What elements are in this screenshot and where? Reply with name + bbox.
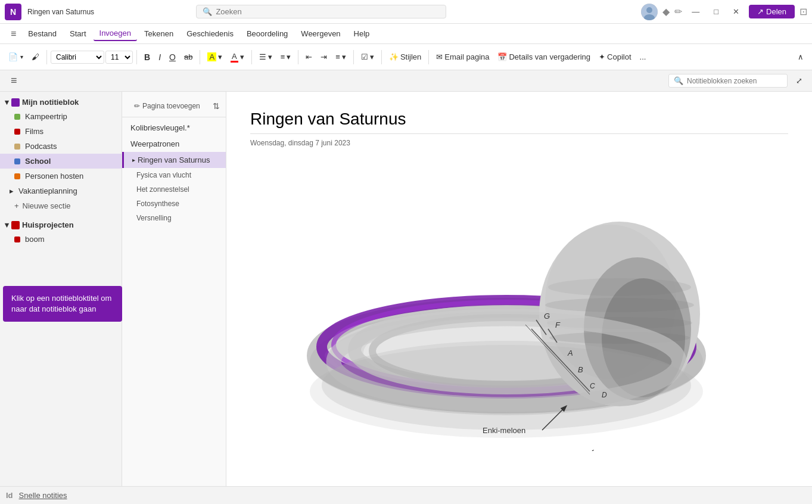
collapse-sidebar-btn[interactable]: ≡ <box>6 72 22 89</box>
notebook-huisprojecten[interactable]: ▾ Huisprojecten <box>0 218 122 232</box>
notebook-search-box[interactable]: 🔍 <box>668 74 788 88</box>
new-page-btn[interactable]: 📄 ▾ <box>5 50 27 64</box>
pen-icon: ✏ <box>674 6 682 17</box>
menu-start[interactable]: Start <box>64 27 92 41</box>
minimize-button[interactable]: — <box>687 5 704 18</box>
section-kampeertrip[interactable]: Kampeertrip <box>0 109 122 124</box>
sort-pages-button[interactable]: ⇅ <box>213 101 220 111</box>
page-zonnestelsel[interactable]: Het zonnestelsel <box>122 182 226 197</box>
svg-text:G: G <box>544 312 550 321</box>
menu-help[interactable]: Help <box>348 27 376 41</box>
page-fysica[interactable]: Fysica van vlucht <box>122 168 226 182</box>
diamond-icon: ◆ <box>662 6 670 17</box>
format-paint-btn[interactable]: 🖌 <box>28 50 43 64</box>
font-size-select[interactable]: 11 <box>105 51 133 64</box>
align-icon: ≡ <box>335 52 340 61</box>
section-personen[interactable]: Personen hosten <box>0 169 122 183</box>
menu-invoegen[interactable]: Invoegen <box>94 26 138 41</box>
saturn-svg: G F A B C D <box>250 159 715 451</box>
notebook-expand-icon-huis: ▾ <box>5 220 9 229</box>
toolbar-expand-btn[interactable]: ∧ <box>794 50 807 64</box>
align-dropdown: ▾ <box>342 52 346 61</box>
add-icon-mijn: + <box>14 201 19 210</box>
page-kolibriesvleugel[interactable]: Kolibriesvleugel.* <box>122 120 226 136</box>
font-select[interactable]: Calibri <box>51 51 104 64</box>
notebook-mijn[interactable]: ▾ Mijn notitieblok <box>0 95 122 109</box>
share-button[interactable]: ↗ Delen <box>749 5 795 18</box>
svg-text:Enki-meloen: Enki-meloen <box>483 426 525 435</box>
saturn-illustration: G F A B C D <box>250 159 715 451</box>
copilot-btn[interactable]: ✦ Copilot <box>595 50 634 64</box>
main-layout: ▾ Mijn notitieblok Kampeertrip Films Pod… <box>0 92 812 504</box>
checkbox-btn[interactable]: ☑ ▾ <box>357 50 378 64</box>
expand-sidebar-icon[interactable]: ⊡ <box>799 6 807 17</box>
underline-btn[interactable]: O <box>166 50 179 64</box>
avatar[interactable] <box>641 4 658 20</box>
align-btn[interactable]: ≡ ▾ <box>332 50 350 64</box>
sep7 <box>381 50 382 64</box>
notebook-expand-icon: ▾ <box>5 98 9 107</box>
search-icon: 🔍 <box>203 7 212 16</box>
section-boom[interactable]: boom <box>0 232 122 247</box>
search-input[interactable] <box>216 7 440 16</box>
new-page-dropdown: ▾ <box>20 54 23 60</box>
numbering-dropdown: ▾ <box>287 52 291 61</box>
page-fotosynthese[interactable]: Fotosynthese <box>122 197 226 211</box>
font-color-btn[interactable]: A ▾ <box>227 49 248 65</box>
sep8 <box>428 50 429 64</box>
more-btn[interactable]: ... <box>636 50 650 64</box>
expand-content-btn[interactable]: ⤢ <box>792 74 806 88</box>
indent-btn[interactable]: ⇥ <box>317 50 331 64</box>
strikethrough-btn[interactable]: ab <box>181 50 196 64</box>
notebook-color-huis <box>11 221 20 229</box>
page-versnelling[interactable]: Versnelling <box>122 211 226 225</box>
numbering-icon: ≡ <box>281 52 285 61</box>
checkbox-icon: ☑ <box>361 52 368 61</box>
color-dot-films <box>14 129 20 135</box>
numbering-btn[interactable]: ≡ ▾ <box>277 50 295 64</box>
outdent-btn[interactable]: ⇤ <box>302 50 316 64</box>
close-button[interactable]: ✕ <box>728 5 744 18</box>
meeting-details-btn[interactable]: 📅 Details van vergadering <box>494 50 594 64</box>
sep4 <box>251 50 252 64</box>
menu-bestand[interactable]: Bestand <box>22 27 63 41</box>
add-section-mijn[interactable]: + Nieuwe sectie <box>0 198 122 213</box>
styles-icon: ✨ <box>389 52 399 61</box>
svg-text:D: D <box>602 391 607 399</box>
search-box[interactable]: 🔍 <box>196 5 446 18</box>
italic-btn[interactable]: I <box>155 50 164 64</box>
section-films[interactable]: Films <box>0 124 122 139</box>
page-ringen[interactable]: ▸ Ringen van Saturnus <box>122 152 226 168</box>
menu-tekenen[interactable]: Tekenen <box>138 27 179 41</box>
bold-btn[interactable]: B <box>141 50 154 64</box>
snelle-notities-link[interactable]: Snelle notities <box>19 491 67 500</box>
sidebar: ▾ Mijn notitieblok Kampeertrip Films Pod… <box>0 92 122 504</box>
section-school[interactable]: School <box>0 154 122 169</box>
styles-btn[interactable]: ✨ Stijlen <box>385 50 425 64</box>
menu-beoordeling[interactable]: Beoordeling <box>241 27 294 41</box>
add-page-button[interactable]: ✏ Pagina toevoegen <box>128 99 206 113</box>
svg-point-21 <box>310 345 703 438</box>
add-page-icon: ✏ <box>134 102 140 110</box>
highlight-btn[interactable]: A ▾ <box>204 50 226 64</box>
notebook-search-input[interactable] <box>687 77 782 85</box>
section-podcasts[interactable]: Podcasts <box>0 139 122 154</box>
paint-icon: 🖌 <box>32 52 39 61</box>
hamburger-menu[interactable]: ≡ <box>6 26 21 42</box>
sep1 <box>46 50 47 64</box>
email-page-btn[interactable]: ✉ Email pagina <box>433 50 493 64</box>
pages-panel: ✏ Pagina toevoegen ⇅ Kolibriesvleugel.* … <box>122 92 226 504</box>
notebook-color-mijn <box>11 98 20 107</box>
menu-bar: ≡ Bestand Start Invoegen Tekenen Geschie… <box>0 24 812 44</box>
svg-text:B: B <box>578 365 583 374</box>
title-bar: N Ringen van Saturnus 🔍 ◆ ✏ — □ ✕ ↗ Dele… <box>0 0 812 24</box>
expand-arrow-ringen: ▸ <box>132 157 135 163</box>
page-weerpatronen[interactable]: Weerpatronen <box>122 136 226 152</box>
content-area[interactable]: Ringen van Saturnus Woensdag, dinsdag 7 … <box>226 92 812 504</box>
menu-weergeven[interactable]: Weergeven <box>295 27 346 41</box>
maximize-button[interactable]: □ <box>709 5 723 18</box>
menu-geschiedenis[interactable]: Geschiedenis <box>181 27 239 41</box>
section-vakantieplanning[interactable]: ▸ Vakantieplanning <box>0 183 122 198</box>
bullets-btn[interactable]: ☰ ▾ <box>256 50 276 64</box>
color-dot-kampeertrip <box>14 114 20 120</box>
